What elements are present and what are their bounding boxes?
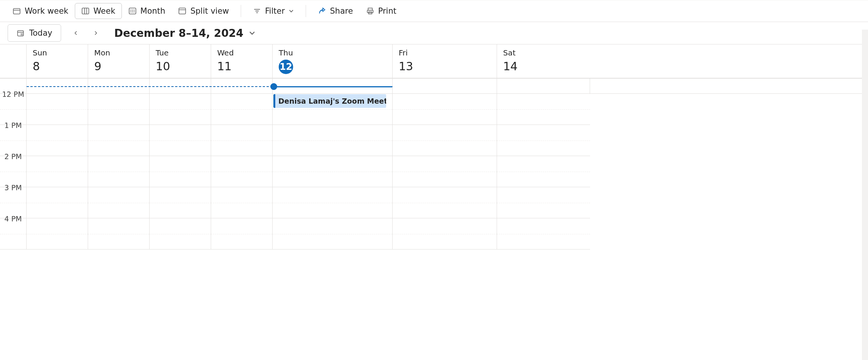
date-nav-row: Today December 8–14, 2024 bbox=[0, 22, 868, 44]
calendar-grid: Sun 8 Mon 9 Tue 10 Wed 11 Thu 12 Fri 13 … bbox=[0, 44, 868, 249]
svg-rect-22 bbox=[21, 33, 22, 35]
now-indicator-dot bbox=[270, 83, 277, 90]
toolbar-divider bbox=[306, 5, 306, 17]
now-line-past bbox=[27, 86, 273, 87]
svg-rect-17 bbox=[368, 8, 372, 10]
work-week-view-button[interactable]: Work week bbox=[6, 3, 75, 19]
svg-point-7 bbox=[132, 10, 133, 10]
time-label: 3 PM bbox=[0, 183, 26, 192]
dow-label: Mon bbox=[94, 48, 143, 57]
day-header-sun[interactable]: Sun 8 bbox=[27, 44, 88, 78]
day-column-wed[interactable] bbox=[211, 94, 273, 249]
today-label: Today bbox=[29, 28, 52, 38]
all-day-row bbox=[0, 79, 868, 94]
time-grid: 12 PM 1 PM 2 PM 3 PM 4 PM Denisa Lamaj's… bbox=[0, 94, 868, 249]
today-button[interactable]: Today bbox=[8, 24, 61, 42]
date-number-today: 12 bbox=[279, 60, 293, 74]
share-icon bbox=[318, 7, 326, 15]
now-line-today bbox=[273, 86, 393, 87]
month-view-button[interactable]: Month bbox=[122, 3, 172, 19]
day-header-thu[interactable]: Thu 12 bbox=[273, 44, 393, 78]
date-range-text: December 8–14, 2024 bbox=[114, 27, 243, 39]
time-label: 2 PM bbox=[0, 152, 26, 161]
time-label: 4 PM bbox=[0, 215, 26, 223]
calendar-today-icon bbox=[16, 29, 25, 37]
svg-rect-2 bbox=[82, 8, 89, 14]
week-icon bbox=[81, 7, 90, 15]
dow-label: Wed bbox=[217, 48, 266, 57]
svg-rect-5 bbox=[129, 8, 136, 14]
svg-point-8 bbox=[134, 10, 134, 10]
nav-arrows bbox=[72, 29, 100, 37]
split-view-label: Split view bbox=[190, 6, 229, 16]
day-column-mon[interactable] bbox=[88, 94, 150, 249]
filter-label: Filter bbox=[265, 6, 285, 16]
split-view-icon bbox=[178, 7, 186, 15]
svg-point-10 bbox=[132, 12, 133, 12]
day-header-wed[interactable]: Wed 11 bbox=[211, 44, 273, 78]
print-label: Print bbox=[378, 6, 396, 16]
svg-point-6 bbox=[131, 10, 131, 10]
filter-button[interactable]: Filter bbox=[246, 3, 300, 19]
view-toolbar: Work week Week Month Split view Filter S… bbox=[0, 0, 868, 22]
dow-label: Tue bbox=[156, 48, 205, 57]
time-label: 1 PM bbox=[0, 121, 26, 129]
date-number: 10 bbox=[156, 60, 170, 73]
prev-week-button[interactable] bbox=[72, 29, 80, 37]
svg-rect-18 bbox=[367, 10, 373, 13]
date-number: 14 bbox=[503, 60, 518, 73]
day-header-mon[interactable]: Mon 9 bbox=[88, 44, 150, 78]
week-label: Week bbox=[93, 6, 115, 16]
day-column-tue[interactable] bbox=[150, 94, 211, 249]
chevron-down-icon bbox=[289, 8, 294, 14]
day-column-thu[interactable]: Denisa Lamaj's Zoom Meeting https:// bbox=[273, 94, 393, 249]
next-week-button[interactable] bbox=[92, 29, 100, 37]
dow-label: Sun bbox=[33, 48, 82, 57]
svg-point-11 bbox=[134, 12, 134, 12]
week-view-button[interactable]: Week bbox=[75, 3, 122, 19]
svg-point-9 bbox=[131, 12, 131, 12]
share-button[interactable]: Share bbox=[311, 3, 360, 19]
gutter-header bbox=[0, 44, 27, 78]
vertical-scrollbar[interactable] bbox=[862, 30, 868, 249]
event-title: Denisa Lamaj's Zoom Meeting bbox=[278, 97, 386, 105]
date-number: 11 bbox=[217, 60, 232, 73]
share-label: Share bbox=[330, 6, 353, 16]
day-column-fri[interactable] bbox=[393, 94, 497, 249]
day-header-fri[interactable]: Fri 13 bbox=[393, 44, 497, 78]
month-label: Month bbox=[140, 6, 166, 16]
date-number: 9 bbox=[94, 60, 101, 73]
date-number: 13 bbox=[399, 60, 413, 73]
print-button[interactable]: Print bbox=[360, 3, 403, 19]
day-header-tue[interactable]: Tue 10 bbox=[150, 44, 211, 78]
chevron-down-icon bbox=[249, 30, 256, 36]
calendar-event[interactable]: Denisa Lamaj's Zoom Meeting https:// bbox=[273, 94, 386, 108]
dow-label: Thu bbox=[279, 48, 386, 57]
day-column-sat[interactable] bbox=[497, 94, 590, 249]
svg-rect-12 bbox=[179, 8, 186, 14]
time-label: 12 PM bbox=[0, 90, 26, 98]
date-number: 8 bbox=[33, 60, 40, 73]
work-week-icon bbox=[13, 7, 21, 15]
split-view-button[interactable]: Split view bbox=[172, 3, 235, 19]
svg-rect-0 bbox=[13, 8, 20, 14]
time-gutter: 12 PM 1 PM 2 PM 3 PM 4 PM bbox=[0, 94, 27, 249]
dow-label: Sat bbox=[503, 48, 584, 57]
day-headers-row: Sun 8 Mon 9 Tue 10 Wed 11 Thu 12 Fri 13 … bbox=[0, 44, 868, 79]
day-column-sun[interactable] bbox=[27, 94, 88, 249]
toolbar-divider bbox=[241, 5, 241, 17]
month-icon bbox=[128, 7, 137, 15]
work-week-label: Work week bbox=[25, 6, 68, 16]
dow-label: Fri bbox=[399, 48, 491, 57]
filter-icon bbox=[253, 7, 261, 15]
date-range-title[interactable]: December 8–14, 2024 bbox=[114, 27, 256, 39]
day-header-sat[interactable]: Sat 14 bbox=[497, 44, 590, 78]
print-icon bbox=[366, 7, 374, 15]
